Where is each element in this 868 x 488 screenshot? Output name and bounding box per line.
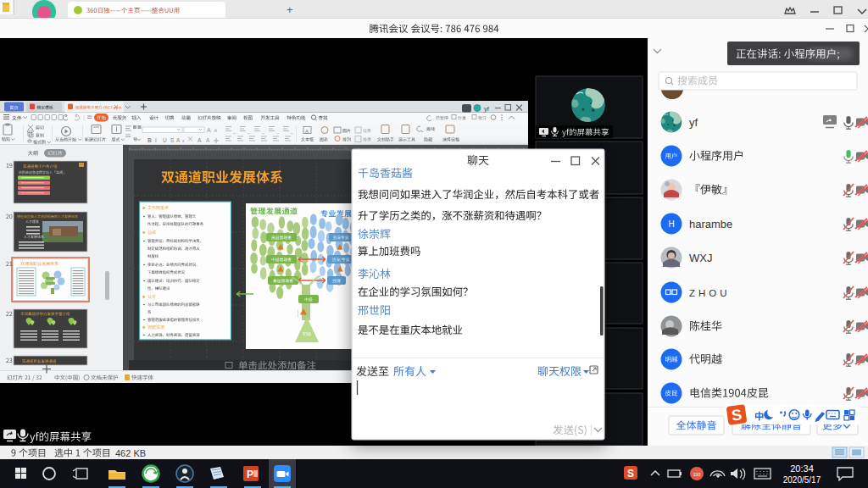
svg-text:A: A: [214, 128, 218, 133]
svg-text:A: A: [198, 137, 202, 143]
svg-text:yf: yf: [689, 116, 698, 129]
svg-text:S: S: [627, 468, 634, 480]
svg-text:ZHOU: ZHOU: [689, 288, 731, 298]
svg-text:A: A: [206, 137, 210, 143]
svg-text:100: 100: [693, 472, 701, 477]
svg-text:20:34: 20:34: [790, 463, 814, 474]
svg-text:H: H: [668, 219, 674, 229]
svg-text:harambe: harambe: [689, 218, 732, 230]
svg-text:A: A: [176, 137, 181, 143]
svg-text:+: +: [287, 3, 293, 16]
svg-text:U: U: [163, 137, 167, 143]
svg-text:462 KB: 462 KB: [115, 448, 146, 458]
svg-text:A: A: [305, 129, 309, 134]
svg-text:WXJ: WXJ: [689, 252, 712, 264]
svg-text:S: S: [170, 137, 175, 143]
svg-text:P: P: [247, 469, 253, 480]
svg-text:I: I: [155, 137, 157, 143]
svg-text:B: B: [147, 137, 152, 143]
svg-text:yf: yf: [484, 105, 490, 113]
svg-text:A: A: [207, 127, 211, 133]
svg-text:2020/5/17: 2020/5/17: [783, 475, 821, 485]
